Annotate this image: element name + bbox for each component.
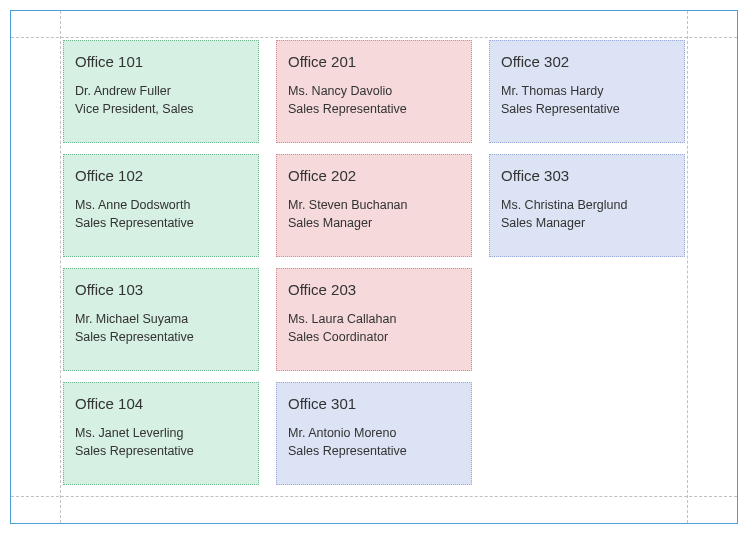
margin-guide-top [11, 37, 737, 38]
office-card-person: Ms. Laura Callahan [288, 310, 460, 329]
office-card-person: Ms. Nancy Davolio [288, 82, 460, 101]
office-card-role: Sales Manager [501, 214, 673, 233]
office-card: Office 301Mr. Antonio MorenoSales Repres… [276, 382, 472, 485]
office-card: Office 101Dr. Andrew FullerVice Presiden… [63, 40, 259, 143]
office-card-role: Sales Representative [288, 100, 460, 119]
office-card: Office 104Ms. Janet LeverlingSales Repre… [63, 382, 259, 485]
office-card: Office 303Ms. Christina BerglundSales Ma… [489, 154, 685, 257]
office-card-role: Sales Representative [75, 214, 247, 233]
office-card-title: Office 301 [288, 393, 460, 416]
office-card-title: Office 102 [75, 165, 247, 188]
office-card-title: Office 101 [75, 51, 247, 74]
office-card-title: Office 303 [501, 165, 673, 188]
office-card-person: Mr. Thomas Hardy [501, 82, 673, 101]
office-card-role: Sales Coordinator [288, 328, 460, 347]
office-card-person: Dr. Andrew Fuller [75, 82, 247, 101]
office-card-role: Vice President, Sales [75, 100, 247, 119]
office-card-role: Sales Representative [288, 442, 460, 461]
office-card-title: Office 203 [288, 279, 460, 302]
office-card-person: Mr. Michael Suyama [75, 310, 247, 329]
office-card-title: Office 103 [75, 279, 247, 302]
report-preview-frame: Office 101Dr. Andrew FullerVice Presiden… [10, 10, 738, 524]
office-card-title: Office 202 [288, 165, 460, 188]
office-card-role: Sales Representative [75, 328, 247, 347]
margin-guide-left [60, 11, 61, 523]
office-card: Office 201Ms. Nancy DavolioSales Represe… [276, 40, 472, 143]
office-card-title: Office 104 [75, 393, 247, 416]
margin-guide-right [687, 11, 688, 523]
office-card: Office 302Mr. Thomas HardySales Represen… [489, 40, 685, 143]
office-card-person: Ms. Christina Berglund [501, 196, 673, 215]
office-card-person: Ms. Anne Dodsworth [75, 196, 247, 215]
office-card-role: Sales Representative [501, 100, 673, 119]
office-card: Office 102Ms. Anne DodsworthSales Repres… [63, 154, 259, 257]
office-card-title: Office 302 [501, 51, 673, 74]
cards-container: Office 101Dr. Andrew FullerVice Presiden… [63, 40, 685, 494]
office-card-person: Mr. Antonio Moreno [288, 424, 460, 443]
office-card: Office 203Ms. Laura CallahanSales Coordi… [276, 268, 472, 371]
office-card-person: Ms. Janet Leverling [75, 424, 247, 443]
office-card-person: Mr. Steven Buchanan [288, 196, 460, 215]
margin-guide-bottom [11, 496, 737, 497]
office-card: Office 202Mr. Steven BuchananSales Manag… [276, 154, 472, 257]
office-card-title: Office 201 [288, 51, 460, 74]
office-card-role: Sales Manager [288, 214, 460, 233]
office-card: Office 103Mr. Michael SuyamaSales Repres… [63, 268, 259, 371]
office-card-role: Sales Representative [75, 442, 247, 461]
